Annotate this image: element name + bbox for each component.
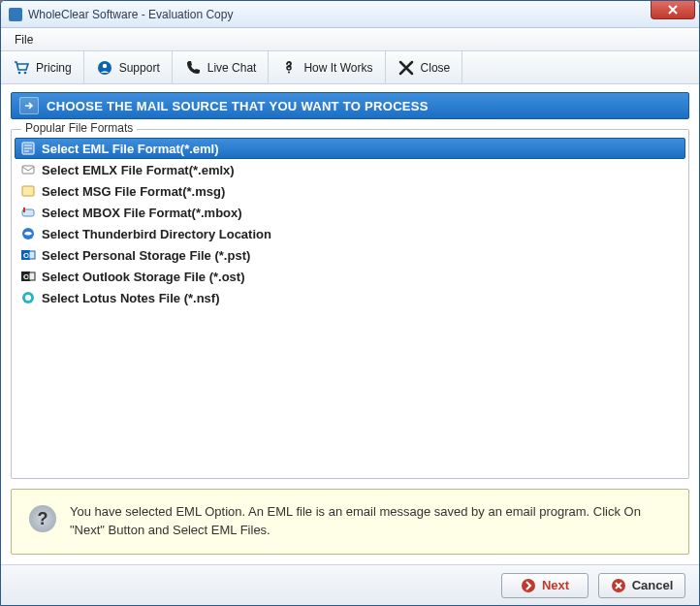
format-option-label: Select MBOX File Format(*.mbox) [42,206,242,220]
menubar: File [1,28,699,51]
svg-point-5 [288,71,290,73]
format-option-label: Select Outlook Storage File (*.ost) [42,270,244,284]
ost-file-icon: O [20,269,36,284]
menu-file[interactable]: File [9,31,39,48]
info-question-icon: ? [29,505,56,532]
formats-group-label: Popular File Formats [21,121,137,135]
cancel-button[interactable]: Cancel [598,573,685,598]
toolbar-close[interactable]: Close [386,51,463,83]
toolbar: Pricing Support Live Chat How It Works C… [1,51,699,84]
cancel-circle-icon [611,578,626,593]
format-option-label: Select EMLX File Format(*.emlx) [42,163,235,177]
format-option-ost[interactable]: O Select Outlook Storage File (*.ost) [15,266,685,287]
format-option-eml[interactable]: Select EML File Format(*.eml) [15,138,685,159]
content-area: CHOOSE THE MAIL SOURCE THAT YOU WANT TO … [1,84,699,564]
msg-file-icon [20,183,36,199]
format-option-thunderbird[interactable]: Select Thunderbird Directory Location [15,223,685,244]
close-icon [667,5,679,15]
format-option-nsf[interactable]: Select Lotus Notes File (*.nsf) [15,287,685,308]
window-close-button[interactable] [651,0,695,19]
cancel-button-label: Cancel [632,578,674,592]
svg-rect-7 [22,166,34,174]
window-title: WholeClear Software - Evaluation Copy [28,8,233,21]
svg-rect-8 [22,186,34,196]
thunderbird-icon [20,226,36,241]
app-window: WholeClear Software - Evaluation Copy Fi… [0,0,700,606]
toolbar-livechat[interactable]: Live Chat [173,51,270,83]
formats-group: Popular File Formats Select EML File For… [11,129,689,479]
cart-icon [13,59,30,77]
svg-point-3 [102,63,106,67]
section-header: CHOOSE THE MAIL SOURCE THAT YOU WANT TO … [11,92,689,119]
svg-point-19 [25,295,31,301]
toolbar-pricing[interactable]: Pricing [1,51,84,83]
mbox-file-icon [20,205,36,220]
headset-icon [96,59,113,77]
titlebar: WholeClear Software - Evaluation Copy [1,1,699,28]
arrow-right-icon [19,97,39,114]
app-icon [9,8,22,21]
toolbar-howitworks-label: How It Works [303,61,372,75]
format-option-label: Select EML File Format(*.eml) [42,142,219,156]
next-button-label: Next [542,578,569,592]
svg-rect-10 [23,207,25,212]
format-option-msg[interactable]: Select MSG File Format(*.msg) [15,180,685,202]
format-option-emlx[interactable]: Select EMLX File Format(*.emlx) [15,159,685,180]
toolbar-support[interactable]: Support [84,51,173,83]
svg-point-20 [522,579,535,592]
svg-point-0 [18,71,21,74]
phone-icon [184,59,202,77]
format-option-label: Select MSG File Format(*.msg) [42,184,225,199]
toolbar-howitworks[interactable]: How It Works [269,51,385,83]
formats-list: Select EML File Format(*.eml) Select EML… [15,138,685,308]
arrow-right-circle-icon [521,578,536,593]
info-text: You have selected EML Option. An EML fil… [70,503,671,540]
svg-text:O: O [23,251,29,260]
pst-file-icon: O [20,247,36,263]
svg-rect-14 [29,251,35,259]
toolbar-livechat-label: Live Chat [207,61,257,75]
next-button[interactable]: Next [501,573,589,598]
toolbar-pricing-label: Pricing [36,61,72,75]
question-icon [280,59,298,77]
toolbar-close-label: Close [421,61,451,75]
nsf-file-icon [20,290,36,305]
eml-file-icon [20,141,36,156]
format-option-label: Select Thunderbird Directory Location [42,227,271,241]
info-panel: ? You have selected EML Option. An EML f… [11,489,689,555]
format-option-label: Select Lotus Notes File (*.nsf) [42,291,219,305]
svg-point-1 [24,71,27,74]
svg-rect-17 [29,272,35,280]
format-option-pst[interactable]: O Select Personal Storage File (*.pst) [15,244,685,266]
format-option-mbox[interactable]: Select MBOX File Format(*.mbox) [15,202,685,223]
toolbar-support-label: Support [119,61,160,75]
section-header-text: CHOOSE THE MAIL SOURCE THAT YOU WANT TO … [47,99,429,113]
x-icon [398,59,415,77]
format-option-label: Select Personal Storage File (*.pst) [42,248,250,263]
svg-text:O: O [23,272,29,281]
footer: Next Cancel [1,564,699,605]
emlx-file-icon [20,162,36,177]
